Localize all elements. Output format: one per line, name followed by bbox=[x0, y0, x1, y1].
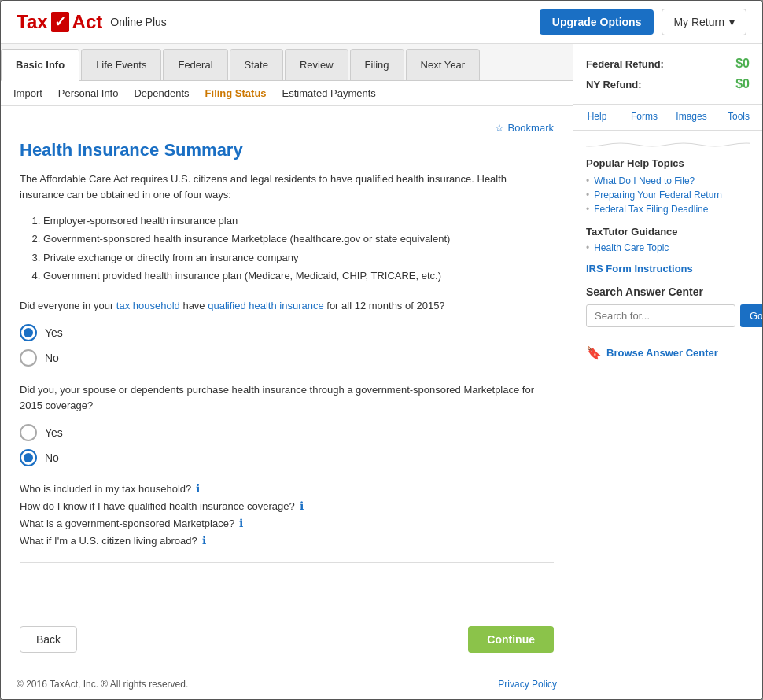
sidebar-tab-images[interactable]: Images bbox=[668, 105, 715, 130]
sidebar-content: Popular Help Topics • What Do I Need to … bbox=[573, 131, 762, 371]
ny-refund-amount: $0 bbox=[735, 77, 750, 91]
help-topic-link-2[interactable]: Preparing Your Federal Return bbox=[594, 190, 722, 201]
divider bbox=[20, 562, 554, 563]
subnav-dependents[interactable]: Dependents bbox=[134, 87, 189, 99]
chevron-down-icon: ▾ bbox=[729, 16, 735, 28]
search-input[interactable] bbox=[586, 304, 735, 327]
help-link-3[interactable]: What is a government-sponsored Marketpla… bbox=[20, 517, 554, 529]
header-actions: Upgrade Options My Return ▾ bbox=[540, 9, 746, 35]
qualified-health-insurance-link[interactable]: qualified health insurance bbox=[208, 300, 323, 311]
logo-act: Act bbox=[72, 11, 103, 33]
list-item: Government-sponsored health insurance Ma… bbox=[43, 230, 554, 248]
q2-yes-circle bbox=[20, 424, 37, 441]
browse-label: Browse Answer Center bbox=[606, 347, 718, 359]
federal-refund-row: Federal Refund: $0 bbox=[586, 53, 750, 74]
tab-state[interactable]: State bbox=[230, 49, 283, 80]
help-link-2[interactable]: How do I know if I have qualified health… bbox=[20, 499, 554, 512]
subnav-estimated-payments[interactable]: Estimated Payments bbox=[282, 87, 376, 99]
sidebar-tab-forms[interactable]: Forms bbox=[621, 105, 668, 130]
intro-text: The Affordable Care Act requires U.S. ci… bbox=[20, 171, 554, 202]
tab-federal[interactable]: Federal bbox=[163, 49, 227, 80]
sidebar-tab-help[interactable]: Help bbox=[573, 105, 621, 130]
taxtutor-link-1[interactable]: Health Care Topic bbox=[594, 242, 669, 253]
taxtutor-item-1: • Health Care Topic bbox=[586, 242, 750, 253]
privacy-policy-link[interactable]: Privacy Policy bbox=[498, 679, 557, 690]
federal-refund-label: Federal Refund: bbox=[586, 58, 664, 70]
list-item: Private exchange or directly from an ins… bbox=[43, 249, 554, 267]
q2-radio-group: Yes No bbox=[20, 424, 554, 466]
continue-button[interactable]: Continue bbox=[468, 626, 554, 653]
sidebar-tab-tools[interactable]: Tools bbox=[715, 105, 762, 130]
my-return-label: My Return bbox=[673, 16, 724, 28]
irs-form-instructions-link[interactable]: IRS Form Instructions bbox=[586, 263, 750, 274]
bullet-1: • bbox=[586, 175, 589, 186]
main-layout: Basic Info Life Events Federal State Rev… bbox=[1, 44, 762, 699]
tab-review[interactable]: Review bbox=[285, 49, 348, 80]
q2-no-label: No bbox=[45, 451, 59, 464]
help-topic-link-3[interactable]: Federal Tax Filing Deadline bbox=[594, 204, 708, 215]
browse-icon: 🔖 bbox=[586, 345, 602, 360]
q1-no-radio[interactable]: No bbox=[20, 349, 554, 367]
tab-filing[interactable]: Filing bbox=[350, 49, 404, 80]
q2-yes-label: Yes bbox=[45, 426, 63, 439]
subnav-personal-info[interactable]: Personal Info bbox=[58, 87, 119, 99]
refund-section: Federal Refund: $0 NY Refund: $0 bbox=[573, 44, 762, 105]
logo-tax: Tax bbox=[17, 11, 48, 33]
help-links-section: Who is included in my tax household? ℹ H… bbox=[20, 482, 554, 547]
logo-online: Online Plus bbox=[110, 16, 167, 28]
taxtutor-label: TaxTutor Guidance bbox=[586, 226, 750, 238]
subnav-filing-status[interactable]: Filing Status bbox=[205, 87, 267, 99]
list-item: Government provided health insurance pla… bbox=[43, 267, 554, 285]
bookmark-button[interactable]: ☆ Bookmark bbox=[495, 122, 554, 134]
q2-yes-radio[interactable]: Yes bbox=[20, 424, 554, 441]
subnav-import[interactable]: Import bbox=[13, 87, 42, 99]
help-topic-2: • Preparing Your Federal Return bbox=[586, 190, 750, 201]
q1-radio-group: Yes No bbox=[20, 324, 554, 367]
bullet-2: • bbox=[586, 190, 589, 201]
tab-basic-info[interactable]: Basic Info bbox=[1, 49, 79, 81]
tab-next-year[interactable]: Next Year bbox=[406, 49, 480, 80]
bottom-buttons: Back Continue bbox=[1, 626, 573, 669]
tab-nav: Basic Info Life Events Federal State Rev… bbox=[1, 44, 573, 81]
search-go-button[interactable]: Go bbox=[740, 304, 763, 327]
info-icon-3: ℹ bbox=[239, 517, 243, 529]
popular-help-title: Popular Help Topics bbox=[586, 157, 750, 169]
help-text-2: How do I know if I have qualified health… bbox=[20, 500, 295, 512]
content-area: Basic Info Life Events Federal State Rev… bbox=[1, 44, 573, 699]
q1-yes-radio[interactable]: Yes bbox=[20, 324, 554, 341]
wave-divider bbox=[586, 142, 750, 148]
ny-refund-label: NY Refund: bbox=[586, 79, 642, 90]
sub-nav: Import Personal Info Dependents Filing S… bbox=[1, 81, 573, 106]
list: Employer-sponsored health insurance plan… bbox=[43, 212, 554, 286]
logo: Tax✓Act Online Plus bbox=[17, 11, 167, 33]
question2-text: Did you, your spouse or dependents purch… bbox=[20, 382, 554, 413]
my-return-button[interactable]: My Return ▾ bbox=[662, 9, 746, 35]
info-icon-4: ℹ bbox=[202, 534, 206, 547]
copyright-text: © 2016 TaxAct, Inc. ® All rights reserve… bbox=[17, 679, 188, 690]
upgrade-options-button[interactable]: Upgrade Options bbox=[540, 9, 654, 35]
browse-answer-center-link[interactable]: 🔖 Browse Answer Center bbox=[586, 337, 750, 360]
info-icon-2: ℹ bbox=[300, 499, 304, 512]
tax-household-link[interactable]: tax household bbox=[116, 300, 180, 311]
sidebar-tabs: Help Forms Images Tools bbox=[573, 105, 762, 131]
help-topic-link-1[interactable]: What Do I Need to File? bbox=[594, 175, 695, 186]
q2-no-radio[interactable]: No bbox=[20, 449, 554, 466]
tab-life-events[interactable]: Life Events bbox=[81, 49, 161, 80]
list-item: Employer-sponsored health insurance plan bbox=[43, 212, 554, 230]
search-row: Go bbox=[586, 304, 750, 327]
back-button[interactable]: Back bbox=[20, 626, 77, 653]
info-icon-1: ℹ bbox=[196, 482, 200, 495]
help-link-1[interactable]: Who is included in my tax household? ℹ bbox=[20, 482, 554, 495]
popular-help-topics: • What Do I Need to File? • Preparing Yo… bbox=[586, 175, 750, 215]
help-link-4[interactable]: What if I'm a U.S. citizen living abroad… bbox=[20, 534, 554, 547]
help-text-3: What is a government-sponsored Marketpla… bbox=[20, 518, 234, 529]
q1-no-circle bbox=[20, 349, 37, 367]
help-topic-3: • Federal Tax Filing Deadline bbox=[586, 204, 750, 215]
help-text-4: What if I'm a U.S. citizen living abroad… bbox=[20, 535, 197, 547]
bookmark-label: Bookmark bbox=[507, 122, 554, 134]
federal-refund-amount: $0 bbox=[735, 57, 750, 71]
q1-no-label: No bbox=[45, 352, 59, 364]
bullet-3: • bbox=[586, 204, 589, 215]
q1-yes-circle bbox=[20, 324, 37, 341]
logo-check: ✓ bbox=[51, 12, 69, 32]
